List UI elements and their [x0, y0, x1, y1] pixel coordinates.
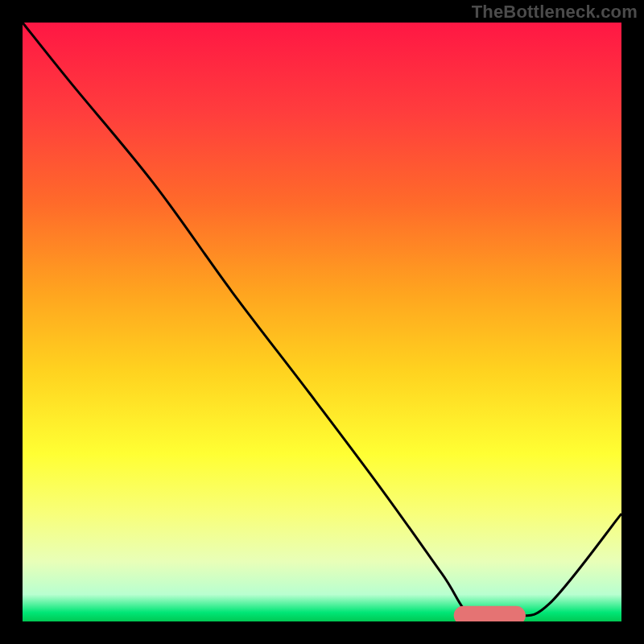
chart-container: TheBottleneck.com	[0, 0, 644, 644]
bottleneck-chart	[0, 0, 644, 644]
gradient-background	[23, 23, 621, 621]
plot-area	[23, 23, 621, 625]
watermark-text: TheBottleneck.com	[472, 2, 638, 23]
